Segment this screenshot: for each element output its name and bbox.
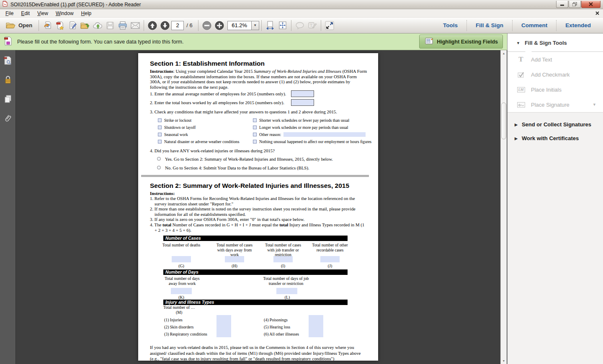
share-folder-icon[interactable]: [79, 19, 91, 32]
toolbar-separator: [39, 20, 39, 31]
toolbar-separator: [198, 20, 198, 31]
shorter-schedules-checkbox[interactable]: [253, 118, 257, 122]
vertical-scrollbar[interactable]: ▲ ▼: [500, 50, 507, 364]
seasonal-checkbox[interactable]: [158, 133, 162, 136]
window-titlebar: SOII2015DevEnabled (1).pdf (SECURED) - A…: [0, 0, 603, 9]
previous-page-icon[interactable]: [146, 19, 159, 32]
other-reason-checkbox[interactable]: [253, 133, 257, 136]
field-G[interactable]: [172, 256, 191, 262]
injury-illness-types-header: Injury and Illness Types: [163, 300, 348, 305]
menu-window[interactable]: Window: [52, 10, 77, 17]
field-M2[interactable]: [216, 323, 231, 330]
fill-sign-panel-header[interactable]: ▼ Fill & Sign Tools: [508, 33, 603, 46]
strike-checkbox[interactable]: [158, 118, 162, 122]
place-signature-icon: [516, 102, 526, 108]
shutdown-checkbox[interactable]: [158, 126, 162, 129]
pages-icon[interactable]: [4, 95, 12, 105]
work-with-certificates-section[interactable]: ▶ Work with Certificates: [508, 131, 603, 145]
field-M4[interactable]: [309, 315, 323, 323]
form-message-bar: Please fill out the following form. You …: [0, 33, 507, 50]
open-button[interactable]: Open: [3, 21, 36, 30]
section2-instructions: 1. Refer to the OSHA Forms for Recording…: [150, 196, 368, 233]
email-icon[interactable]: [129, 19, 142, 32]
field-I[interactable]: [273, 256, 293, 262]
sign-document-icon[interactable]: [66, 19, 79, 32]
menu-edit[interactable]: Edit: [17, 10, 34, 17]
scrollbar-thumb[interactable]: [501, 103, 506, 139]
field-H[interactable]: [225, 256, 244, 262]
scroll-up-icon[interactable]: ▲: [501, 50, 507, 56]
create-pdf-icon[interactable]: [54, 19, 66, 32]
extended-panel-button[interactable]: Extended: [557, 21, 600, 31]
export-pdf-icon[interactable]: [41, 19, 54, 32]
nothing-unusual-checkbox[interactable]: [253, 140, 257, 144]
radio-row: No. Go to Section 4: Submit Your Data to…: [157, 164, 368, 171]
send-collect-signatures-section[interactable]: ▶ Send or Collect Signatures: [508, 118, 603, 131]
page-thumbnails-icon[interactable]: [3, 56, 12, 67]
yes-radio[interactable]: [157, 157, 161, 161]
field-M6[interactable]: [309, 330, 323, 337]
field-M1[interactable]: [216, 315, 231, 323]
zoom-level-combo[interactable]: 61.2% ▼: [227, 21, 259, 30]
close-x-icon[interactable]: [595, 11, 599, 15]
field-J[interactable]: [320, 256, 340, 262]
document-viewport[interactable]: Section 1: Establishment Information Ins…: [16, 50, 500, 364]
fit-page-icon[interactable]: [276, 19, 289, 32]
no-radio[interactable]: [157, 166, 161, 169]
longer-schedules-checkbox[interactable]: [253, 126, 257, 129]
zoom-dropdown-button[interactable]: ▼: [252, 21, 259, 30]
other-reason-field[interactable]: [283, 132, 366, 137]
print-icon[interactable]: [116, 19, 129, 32]
toolbar: Open 2 / 6 61.2% ▼: [0, 18, 603, 33]
next-page-icon[interactable]: [159, 19, 171, 32]
sign-tool-icon[interactable]: T: [306, 19, 319, 32]
zoom-level-value[interactable]: 61.2%: [227, 21, 252, 30]
scroll-down-icon[interactable]: ▼: [501, 358, 507, 364]
checkbox-row: Shorter work schedules or fewer pay peri…: [253, 117, 375, 124]
place-signature-tool[interactable]: Place Signature ▼: [508, 97, 603, 112]
add-text-tool[interactable]: T Add Text: [508, 52, 603, 67]
comment-bubble-icon[interactable]: [294, 19, 306, 32]
save-icon[interactable]: [104, 19, 116, 32]
field-K[interactable]: [171, 288, 192, 294]
add-checkmark-icon: [516, 72, 526, 78]
cloud-upload-icon[interactable]: [91, 19, 104, 32]
radio-row: Yes. Go to Section 2: Summary of Work-Re…: [157, 156, 368, 162]
chevron-down-icon: ▼: [516, 41, 520, 45]
toolbar-separator: [144, 20, 144, 31]
hours-field[interactable]: [291, 99, 314, 106]
menu-view[interactable]: View: [34, 10, 52, 17]
highlight-existing-fields-button[interactable]: Highlight Existing Fields: [419, 35, 503, 49]
menu-help[interactable]: Help: [77, 10, 95, 17]
security-lock-icon[interactable]: [4, 75, 12, 86]
chevron-down-icon[interactable]: ▼: [593, 103, 596, 107]
section2-instructions-label: Instructions:: [150, 191, 368, 196]
section-divider: [141, 175, 369, 177]
fit-width-icon[interactable]: [264, 19, 276, 32]
natural-disaster-checkbox[interactable]: [158, 140, 162, 144]
add-checkmark-tool[interactable]: Add Checkmark: [508, 67, 603, 82]
field-M3[interactable]: [216, 330, 231, 337]
question-1: 1. Enter the annual average number of em…: [150, 91, 368, 98]
menubar: File Edit View Window Help: [0, 9, 603, 18]
zoom-out-icon[interactable]: [201, 19, 213, 32]
page-number-input[interactable]: 2: [171, 21, 184, 30]
close-button[interactable]: [581, 1, 600, 8]
employees-field[interactable]: [291, 90, 314, 97]
zoom-in-icon[interactable]: [213, 19, 226, 32]
toolbar-separator: [321, 20, 321, 31]
tools-panel-button[interactable]: Tools: [434, 21, 466, 31]
minimize-button[interactable]: [556, 1, 568, 8]
comment-panel-button[interactable]: Comment: [513, 21, 556, 31]
field-M5[interactable]: [309, 323, 323, 330]
attachments-paperclip-icon[interactable]: [3, 114, 13, 126]
question-4: 4. Did you have ANY work-related injurie…: [150, 148, 368, 153]
fill-sign-panel-button[interactable]: Fill & Sign: [467, 21, 512, 31]
field-L[interactable]: [276, 288, 297, 294]
fullscreen-icon[interactable]: [323, 19, 336, 32]
place-initials-tool[interactable]: LM Place Initials: [508, 82, 603, 97]
menu-file[interactable]: File: [2, 10, 17, 17]
chevron-right-icon: ▶: [515, 123, 518, 127]
restore-button[interactable]: [569, 1, 581, 8]
panel-header-divider: [508, 51, 603, 52]
